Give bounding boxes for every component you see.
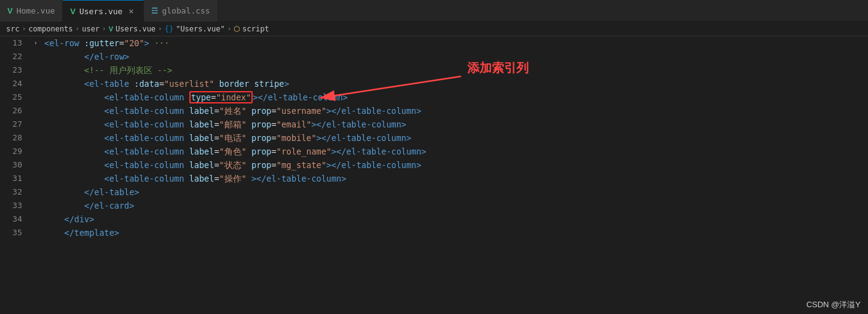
code-line-31: 31 <el-table-column label="操作" ></el-tab… <box>0 172 868 185</box>
line-content: </div> <box>42 212 868 226</box>
code-line-35: 35 </template> <box>0 226 868 240</box>
tab-global-css[interactable]: ☲ global.css <box>144 0 218 22</box>
line-number: 28 <box>0 131 30 145</box>
code-line-27: 27 <el-table-column label="邮箱" prop="ema… <box>0 118 868 131</box>
breadcrumb-sep: › <box>227 25 232 33</box>
code-line-22: 22 </el-row> <box>0 50 868 63</box>
breadcrumb-sep: › <box>158 25 162 33</box>
tab-label: Users.vue <box>79 7 122 16</box>
code-line-32: 32 </el-table> <box>0 185 868 199</box>
line-content: <el-table-column label="邮箱" prop="email"… <box>42 118 868 131</box>
line-content: <el-table-column label="电话" prop="mobile… <box>42 131 868 145</box>
breadcrumb-obj-icon: {} <box>165 25 173 33</box>
tab-bar: V Home.vue V Users.vue × ☲ global.css <box>0 0 868 22</box>
line-content: <el-table-column label="角色" prop="role_n… <box>42 145 868 158</box>
line-number: 26 <box>0 104 30 118</box>
breadcrumb-sep: › <box>76 25 80 33</box>
breadcrumb-user: user <box>82 25 100 33</box>
line-content: </el-card> <box>42 199 868 212</box>
line-number: 13 <box>0 36 30 50</box>
line-number: 30 <box>0 158 30 172</box>
line-content: </el-table> <box>42 185 868 199</box>
breadcrumb-script: script <box>242 25 269 33</box>
line-number: 25 <box>0 91 30 104</box>
vue-icon: V <box>70 7 76 16</box>
css-icon: ☲ <box>151 7 158 15</box>
tab-users-vue[interactable]: V Users.vue × <box>63 0 144 22</box>
line-content: </template> <box>42 226 868 240</box>
breadcrumb-sep: › <box>22 25 26 33</box>
line-number: 24 <box>0 77 30 91</box>
editor: 13 › <el-row :gutter="20"> ··· 22 </el-r… <box>0 36 868 314</box>
code-line-23: 23 <!-- 用户列表区 --> <box>0 63 868 77</box>
tab-label: Home.vue <box>17 6 55 15</box>
line-number: 33 <box>0 199 30 212</box>
line-content: <el-table-column type="index"></el-table… <box>42 91 868 104</box>
line-gutter: › <box>30 36 42 50</box>
breadcrumb-src: src <box>6 25 20 33</box>
line-content: <el-table :data="userlist" border stripe… <box>42 77 868 91</box>
breadcrumb-vue-icon: V <box>109 25 113 33</box>
line-number: 29 <box>0 145 30 158</box>
code-line-29: 29 <el-table-column label="角色" prop="rol… <box>0 145 868 158</box>
tab-home-vue[interactable]: V Home.vue <box>0 0 63 22</box>
line-content: <el-table-column label="状态" prop="mg_sta… <box>42 158 868 172</box>
line-content: </el-row> <box>42 50 868 63</box>
code-line-13: 13 › <el-row :gutter="20"> ··· <box>0 36 868 50</box>
line-content: <el-table-column label="操作" ></el-table-… <box>42 172 868 185</box>
breadcrumb-users-vue-quoted: "Users.vue" <box>176 25 224 33</box>
code-line-28: 28 <el-table-column label="电话" prop="mob… <box>0 131 868 145</box>
tab-label: global.css <box>162 6 210 15</box>
breadcrumb-users-vue: Users.vue <box>116 25 156 33</box>
line-number: 23 <box>0 63 30 77</box>
breadcrumb-sep: › <box>102 25 106 33</box>
line-content: <!-- 用户列表区 --> <box>42 63 868 77</box>
tab-close-button[interactable]: × <box>126 6 136 16</box>
breadcrumb-components: components <box>28 25 73 33</box>
code-line-33: 33 </el-card> <box>0 199 868 212</box>
code-line-25: 25 <el-table-column type="index"></el-ta… <box>0 91 868 104</box>
breadcrumb: src › components › user › V Users.vue › … <box>0 22 868 36</box>
code-line-26: 26 <el-table-column label="姓名" prop="use… <box>0 104 868 118</box>
highlight-type-index: type="index" <box>189 91 253 103</box>
vue-icon: V <box>7 6 13 15</box>
line-number: 22 <box>0 50 30 63</box>
line-content: <el-row :gutter="20"> ··· <box>42 36 868 50</box>
code-line-30: 30 <el-table-column label="状态" prop="mg_… <box>0 158 868 172</box>
line-number: 34 <box>0 212 30 226</box>
breadcrumb-script-icon: ⬡ <box>234 25 240 33</box>
line-number: 31 <box>0 172 30 185</box>
code-line-34: 34 </div> <box>0 212 868 226</box>
line-number: 35 <box>0 226 30 240</box>
line-number: 27 <box>0 118 30 131</box>
line-content: <el-table-column label="姓名" prop="userna… <box>42 104 868 118</box>
line-number: 32 <box>0 185 30 199</box>
code-line-24: 24 <el-table :data="userlist" border str… <box>0 77 868 91</box>
watermark: CSDN @洋溢Y <box>807 299 861 310</box>
